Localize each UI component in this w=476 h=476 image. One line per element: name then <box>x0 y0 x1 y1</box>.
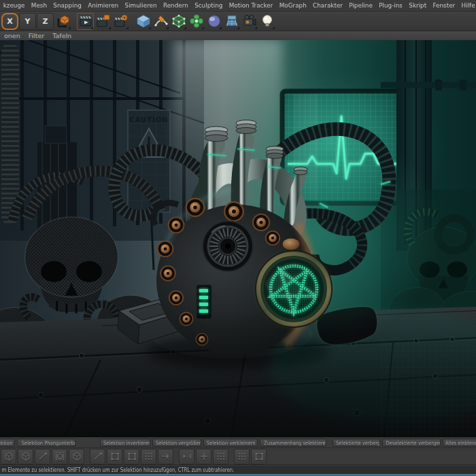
turbine-fan <box>203 221 253 271</box>
tool-button-edit-cube[interactable] <box>251 449 267 464</box>
arrow-tool-icon <box>160 451 171 462</box>
floor-grid-reflection <box>381 339 476 437</box>
main-menu-bar: kzeuge Mesh Snapping Animieren Simuliere… <box>0 0 476 12</box>
point-grid-icon <box>143 451 154 462</box>
tool-button-dot-array[interactable] <box>234 449 250 464</box>
tool-button-sphere-cube[interactable] <box>52 449 67 464</box>
rendered-scene: CAUTION <box>0 40 476 437</box>
axis-y-lock-button[interactable]: Y <box>19 13 36 30</box>
green-cube-icon <box>171 14 186 29</box>
light-bulb-icon <box>260 14 275 29</box>
deformers-button[interactable] <box>188 13 205 30</box>
cage-handles-icon <box>109 451 120 462</box>
hide-selected-button[interactable]: Selektierte verbergen <box>333 439 380 447</box>
unhide-all-button[interactable]: Alles einblenden <box>443 439 476 447</box>
knife-line-icon <box>37 451 48 462</box>
slide-line-icon <box>92 451 103 462</box>
axis-cube-icon <box>56 14 71 29</box>
invert-selection-button[interactable]: Selektion invertieren <box>100 439 150 447</box>
cinema4d-window: kzeuge Mesh Snapping Animieren Simuliere… <box>0 0 476 476</box>
camera-button[interactable] <box>241 13 258 30</box>
render-view-button[interactable] <box>77 13 94 30</box>
floor-sky-button[interactable] <box>223 13 240 30</box>
tool-button-wire-cube[interactable] <box>1 449 16 464</box>
menu-sculpting[interactable]: Sculpting <box>191 0 226 11</box>
render-settings-button[interactable] <box>112 13 129 30</box>
main-toolbar: X Y Z <box>0 12 476 31</box>
boxed-cube-icon <box>71 451 82 462</box>
sphere-icon <box>207 14 222 29</box>
mirror-icon <box>182 451 192 462</box>
tool-button-mirror[interactable] <box>179 449 194 464</box>
dot-array-icon <box>237 451 248 462</box>
solid-cube-icon <box>20 451 31 462</box>
green-flower-icon <box>189 14 204 29</box>
menu-simulieren[interactable]: Simulieren <box>122 0 160 11</box>
edit-cube-icon <box>254 451 265 462</box>
render-settings-gear-icon <box>114 14 129 29</box>
add-primitive-button[interactable] <box>135 13 152 30</box>
svg-text:CAUTION: CAUTION <box>129 116 168 124</box>
render-clapperboard-icon <box>78 14 93 29</box>
menu-snapping[interactable]: Snapping <box>50 0 85 11</box>
grow-selection-button[interactable]: Selektion vergrößern <box>152 439 201 447</box>
camera-icon <box>242 14 257 29</box>
tool-button-knife[interactable] <box>35 449 50 464</box>
shrink-selection-button[interactable]: Selektion verkleinern <box>203 439 258 447</box>
axis-z-lock-button[interactable]: Z <box>37 13 54 30</box>
coordinate-system-button[interactable] <box>54 13 71 30</box>
hide-unselected-button[interactable]: Deselektierte verbergen <box>382 439 441 447</box>
weld-plus-icon <box>199 451 209 462</box>
viewport-menu-tafeln[interactable]: Tafeln <box>48 31 75 40</box>
cage-smooth-icon <box>126 451 137 462</box>
environment-button[interactable] <box>205 13 222 30</box>
spline-pen-button[interactable] <box>152 13 169 30</box>
tool-button-solid-cube[interactable] <box>18 449 33 464</box>
tool-button-boxed-cube[interactable] <box>69 449 84 464</box>
tool-button-cage-smooth[interactable] <box>124 449 139 464</box>
menu-mograph[interactable]: MoGraph <box>276 0 309 11</box>
tool-button-arrow[interactable] <box>158 449 173 464</box>
axis-x-lock-button[interactable]: X <box>1 13 18 30</box>
sphere-in-cube-icon <box>54 451 65 462</box>
menu-fenster[interactable]: Fenster <box>430 0 458 11</box>
tool-button-point-grid[interactable] <box>141 449 156 464</box>
viewport-menu-optionen[interactable]: onen <box>0 31 24 40</box>
menu-hilfe[interactable]: Hilfe <box>458 0 476 11</box>
pen-curve-icon <box>154 14 169 29</box>
status-bar: m Elemente zu selektieren. SHIFT drücken… <box>0 466 476 474</box>
dot-grid-icon <box>216 451 226 462</box>
menu-pipeline[interactable]: Pipeline <box>346 0 376 11</box>
tool-button-weld[interactable] <box>196 449 211 464</box>
selection-button-0[interactable]: ektion <box>0 439 15 447</box>
selection-phong-break-button[interactable]: Selektion Phongunterbrechung <box>17 439 75 447</box>
floor-grid-icon <box>224 14 239 29</box>
viewport-menu-filter[interactable]: Filter <box>24 31 49 40</box>
menu-charakter[interactable]: Charakter <box>309 0 345 11</box>
render-to-picture-viewer-button[interactable] <box>95 13 112 30</box>
viewport-3d-canvas[interactable]: CAUTION <box>0 40 476 437</box>
menu-werkzeuge[interactable]: kzeuge <box>0 0 28 11</box>
menu-rendern[interactable]: Rendern <box>160 0 191 11</box>
light-button[interactable] <box>258 13 275 30</box>
tool-button-cage-handles[interactable] <box>107 449 122 464</box>
select-connected-button[interactable]: Zusammenhang selektieren <box>260 439 326 447</box>
selection-command-toolbar: ektion Selektion Phongunterbrechung Sele… <box>0 437 476 448</box>
menu-skript[interactable]: Skript <box>406 0 430 11</box>
generators-button[interactable] <box>170 13 187 30</box>
tool-button-dot-grid[interactable] <box>213 449 228 464</box>
blue-cube-icon <box>136 14 151 29</box>
status-text: m Elemente zu selektieren. SHIFT drücken… <box>0 467 234 473</box>
tool-button-slide[interactable] <box>90 449 105 464</box>
wire-cube-icon <box>3 451 14 462</box>
viewport-menu-bar: onen Filter Tafeln <box>0 31 476 41</box>
menu-animieren[interactable]: Animieren <box>85 0 122 11</box>
menu-mesh[interactable]: Mesh <box>28 0 50 11</box>
menu-motion-tracker[interactable]: Motion Tracker <box>226 0 276 11</box>
render-picture-viewer-icon <box>96 14 111 29</box>
modeling-tools-toolbar <box>0 448 476 465</box>
menu-plugins[interactable]: Plug-ins <box>375 0 405 11</box>
